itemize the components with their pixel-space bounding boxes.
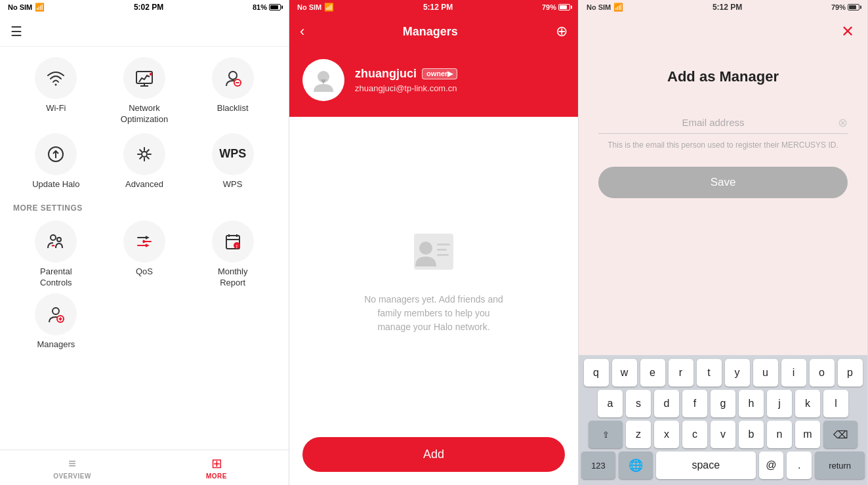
tab-more[interactable]: ⊞ MORE	[144, 450, 289, 485]
grid-row-4: Managers	[13, 293, 276, 350]
add-manager-plus-button[interactable]: ⊕	[556, 23, 568, 40]
panel-add-manager: No SIM 📶 5:12 PM 79% ✕ Add as Manager ⊗ …	[579, 0, 868, 485]
grid-item-parental[interactable]: ParentalControls	[13, 221, 99, 289]
clear-email-icon[interactable]: ⊗	[838, 116, 848, 130]
key-z[interactable]: z	[626, 421, 651, 448]
key-h[interactable]: h	[739, 390, 764, 417]
svg-point-0	[55, 84, 57, 86]
managers-header: ‹ Managers ⊕	[289, 14, 578, 49]
key-x[interactable]: x	[654, 421, 679, 448]
battery-pct-3: 79%	[831, 3, 846, 11]
parental-label: ParentalControls	[40, 266, 72, 289]
advanced-icon-circle	[123, 133, 165, 175]
num-key[interactable]: 123	[581, 452, 615, 479]
dot-key[interactable]: .	[787, 452, 812, 479]
main-grid-section: Wi-Fi NetworkOptimization	[0, 47, 289, 131]
key-a[interactable]: a	[598, 390, 623, 417]
key-v[interactable]: v	[711, 421, 735, 448]
back-button[interactable]: ‹	[300, 23, 304, 40]
profile-name: zhuangjuci owner▶	[355, 67, 457, 81]
blacklist-label: Blacklist	[217, 103, 249, 114]
empty-state: No managers yet. Add friends and family …	[289, 117, 578, 437]
battery-icon-1	[269, 4, 281, 11]
save-button[interactable]: Save	[598, 167, 848, 198]
add-button[interactable]: Add	[302, 437, 565, 472]
at-key[interactable]: @	[759, 452, 784, 479]
key-f[interactable]: f	[682, 390, 707, 417]
key-r[interactable]: r	[669, 359, 693, 387]
grid-item-monthly[interactable]: ! MonthlyReport	[190, 221, 276, 289]
keyboard-row-3: ⇧ z x c v b n m ⌫	[581, 421, 865, 448]
grid-item-advanced[interactable]: Advanced	[102, 133, 188, 190]
no-sim-label-3: No SIM	[587, 3, 611, 11]
wifi-signal-icon: 📶	[35, 3, 45, 12]
grid-item-network-opt[interactable]: NetworkOptimization	[102, 57, 188, 125]
svg-point-13	[57, 238, 61, 242]
email-input[interactable]	[598, 112, 848, 134]
wps-icon-circle: WPS	[212, 133, 254, 175]
key-m[interactable]: m	[795, 421, 820, 448]
keyboard-row-2: a s d f g h j k l	[581, 390, 865, 417]
delete-key[interactable]: ⌫	[823, 421, 858, 448]
key-t[interactable]: t	[697, 359, 722, 387]
shift-key[interactable]: ⇧	[589, 421, 623, 448]
grid-item-managers[interactable]: Managers	[13, 293, 99, 350]
key-w[interactable]: w	[612, 359, 637, 387]
key-o[interactable]: o	[810, 359, 835, 387]
key-q[interactable]: q	[584, 359, 609, 387]
key-l[interactable]: l	[823, 390, 848, 417]
key-p[interactable]: p	[838, 359, 863, 387]
key-u[interactable]: u	[753, 359, 778, 387]
wps-label: WPS	[223, 179, 243, 190]
network-opt-label: NetworkOptimization	[121, 103, 168, 125]
key-c[interactable]: c	[682, 421, 707, 448]
grid-item-qos[interactable]: QoS	[102, 221, 188, 289]
battery-1: 81%	[253, 3, 281, 11]
time-label-3: 5:12 PM	[713, 3, 742, 12]
key-k[interactable]: k	[795, 390, 820, 417]
key-d[interactable]: d	[654, 390, 679, 417]
network-opt-icon-circle	[123, 57, 165, 99]
add-manager-form: Add as Manager ⊗ This is the email this …	[579, 49, 867, 355]
advanced-label: Advanced	[125, 179, 163, 190]
panel-more-settings: No SIM 📶 5:02 PM 81% ☰	[0, 0, 289, 485]
no-sim-label: No SIM	[8, 3, 32, 11]
wifi-label: Wi-Fi	[46, 103, 66, 114]
parental-icon-circle	[35, 221, 77, 263]
monthly-icon-circle: !	[212, 221, 254, 263]
more-settings-grid: ParentalControls QoS	[0, 215, 289, 356]
key-i[interactable]: i	[781, 359, 806, 387]
key-n[interactable]: n	[767, 421, 792, 448]
wifi-signal-icon-3: 📶	[613, 3, 623, 12]
email-input-wrapper: ⊗	[598, 112, 848, 134]
tab-overview[interactable]: ≡ OVERVIEW	[0, 450, 144, 485]
profile-info: zhuangjuci owner▶ zhuangjuci@tp-link.com…	[355, 67, 457, 93]
update-halo-label: Update Halo	[32, 179, 79, 190]
grid-item-wifi[interactable]: Wi-Fi	[13, 57, 99, 125]
grid-row-2: Update Halo Advanced WPS WPS	[13, 133, 276, 190]
wps-text: WPS	[219, 147, 246, 161]
grid-item-wps[interactable]: WPS WPS	[190, 133, 276, 190]
svg-rect-31	[437, 243, 450, 245]
key-b[interactable]: b	[739, 421, 764, 448]
key-s[interactable]: s	[626, 390, 651, 417]
blacklist-icon-circle	[212, 57, 254, 99]
managers-label: Managers	[37, 339, 75, 350]
key-j[interactable]: j	[767, 390, 792, 417]
battery-pct-1: 81%	[253, 3, 267, 11]
owner-badge: owner▶	[422, 68, 457, 79]
globe-key[interactable]: 🌐	[619, 452, 653, 479]
key-g[interactable]: g	[711, 390, 735, 417]
close-button[interactable]: ✕	[841, 22, 854, 41]
return-key[interactable]: return	[815, 452, 865, 479]
time-label-2: 5:12 PM	[423, 3, 453, 12]
grid-item-update-halo[interactable]: Update Halo	[13, 133, 99, 190]
key-e[interactable]: e	[640, 359, 665, 387]
more-label: MORE	[206, 473, 227, 480]
grid-item-blacklist[interactable]: Blacklist	[190, 57, 276, 125]
hamburger-menu-icon[interactable]: ☰	[10, 24, 22, 39]
key-y[interactable]: y	[725, 359, 750, 387]
managers-icon-circle	[35, 293, 77, 335]
status-bar-1: No SIM 📶 5:02 PM 81%	[0, 0, 289, 14]
space-key[interactable]: space	[656, 452, 756, 479]
